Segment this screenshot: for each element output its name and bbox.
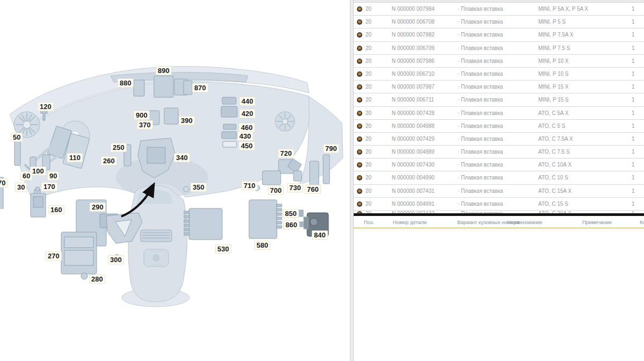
row-pos: 20	[365, 201, 371, 207]
part-callout-50[interactable]: 50	[11, 133, 23, 142]
row-qty: 1	[632, 201, 635, 207]
table-row[interactable]: 20N 000000 004990· Плавкая вставкаATO, C…	[354, 171, 644, 184]
header-qty: Кол.	[640, 219, 644, 225]
part-callout-160[interactable]: 160	[48, 205, 64, 214]
part-callout-440[interactable]: 440	[239, 97, 255, 106]
row-note: ATO, C 10A X	[538, 162, 572, 168]
header-part: Номер детали	[393, 219, 427, 225]
part-callout-60[interactable]: 60	[20, 171, 32, 180]
part-callout-790[interactable]: 790	[323, 144, 339, 153]
part-callout-840[interactable]: 840	[312, 230, 328, 240]
row-note: MINI, P 7.5 S	[538, 46, 570, 51]
table-row[interactable]: 20N 000000 007429· Плавкая вставкаATO, C…	[354, 133, 644, 146]
row-note: MINI, P 10 X	[538, 59, 569, 64]
row-note: ATO, C 15 S	[538, 201, 568, 207]
part-callout-110[interactable]: 110	[67, 153, 83, 162]
info-icon[interactable]	[357, 175, 362, 180]
row-note: ATO, C 7.5 S	[538, 149, 570, 155]
table-row[interactable]: 20N 000000 004989· Плавкая вставкаATO, C…	[354, 146, 644, 158]
part-callout-370[interactable]: 370	[137, 120, 153, 129]
info-icon[interactable]	[357, 136, 362, 142]
table-row[interactable]: 20N 000000 004988· Плавкая вставкаATO, C…	[354, 120, 644, 133]
info-icon[interactable]	[357, 124, 362, 129]
row-description: · Плавкая вставка	[458, 189, 503, 194]
part-callout-250[interactable]: 250	[111, 143, 127, 152]
part-callout-260[interactable]: 260	[101, 156, 117, 165]
row-part-number: N 000000 007431	[392, 189, 435, 194]
part-callout-430[interactable]: 430	[237, 132, 253, 141]
diagram-panel: 8908808701209003703904404204604304505011…	[0, 0, 350, 361]
table-row[interactable]: 20N 000000 007982· Плавкая вставкаMINI, …	[354, 28, 644, 41]
info-icon[interactable]	[357, 97, 362, 103]
part-callout-870[interactable]: 870	[192, 83, 208, 92]
part-callout-720[interactable]: 720	[278, 149, 294, 158]
table-row[interactable]: 20N 000000 007987· Плавкая вставкаMINI, …	[354, 81, 644, 93]
table-row[interactable]: 20N 000000 007428· Плавкая вставкаATO, C…	[354, 107, 644, 120]
table-row[interactable]: 20N 000000 007986· Плавкая вставкаMINI, …	[354, 55, 644, 68]
info-icon[interactable]	[357, 201, 362, 207]
row-qty: 1	[632, 32, 635, 38]
part-callout-340[interactable]: 340	[174, 153, 190, 162]
table-row[interactable]: 20N 000000 007430· Плавкая вставкаATO, C…	[354, 158, 644, 171]
info-icon[interactable]	[357, 32, 362, 38]
part-callout-120[interactable]: 120	[38, 102, 54, 111]
row-pos: 20	[365, 32, 371, 38]
info-icon[interactable]	[357, 149, 362, 155]
part-callout-890[interactable]: 890	[156, 66, 172, 75]
row-note: ATO, C 10 S	[538, 175, 568, 180]
part-callout-170[interactable]: 170	[41, 182, 57, 191]
part-callout-270[interactable]: 270	[46, 251, 62, 261]
row-note: ATO, C 15A X	[538, 189, 572, 194]
table-rows: 20N 000000 007984· Плавкая вставкаMINI, …	[354, 3, 644, 213]
part-callout-70[interactable]: 70	[0, 178, 8, 187]
part-callout-850[interactable]: 850	[283, 209, 299, 218]
part-callout-580[interactable]: 580	[254, 241, 270, 250]
table-row[interactable]: 20N 000000 007984· Плавкая вставкаMINI, …	[354, 3, 644, 16]
info-icon[interactable]	[357, 162, 362, 168]
info-icon[interactable]	[357, 71, 362, 77]
diagram-callouts: 8908808701209003703904404204604304505011…	[0, 0, 350, 361]
info-icon[interactable]	[357, 19, 362, 25]
info-icon[interactable]	[357, 111, 362, 116]
part-callout-350[interactable]: 350	[191, 183, 207, 192]
part-callout-530[interactable]: 530	[215, 244, 231, 254]
info-icon[interactable]	[357, 59, 362, 64]
part-callout-460[interactable]: 460	[239, 123, 255, 132]
table-row[interactable]: 20N 000000 006709· Плавкая вставкаMINI, …	[354, 42, 644, 55]
row-part-number: N 000000 007428	[392, 111, 435, 116]
part-callout-420[interactable]: 420	[239, 109, 255, 118]
info-icon[interactable]	[357, 189, 362, 194]
table-row[interactable]: 20N 000000 006708· Плавкая вставкаMINI, …	[354, 16, 644, 28]
part-callout-860[interactable]: 860	[283, 220, 299, 229]
part-callout-300[interactable]: 300	[108, 255, 124, 264]
part-callout-290[interactable]: 290	[90, 203, 106, 212]
part-callout-90[interactable]: 90	[47, 171, 59, 180]
row-qty: 1	[632, 149, 635, 155]
info-icon[interactable]	[357, 6, 362, 12]
part-callout-900[interactable]: 900	[134, 111, 150, 120]
row-qty: 1	[632, 175, 635, 180]
table-row[interactable]: 20N 000000 004991· Плавкая вставкаATO, C…	[354, 198, 644, 211]
row-pos: 20	[365, 6, 371, 12]
part-callout-100[interactable]: 100	[30, 167, 46, 176]
header-note: Примечание	[582, 219, 612, 225]
part-callout-390[interactable]: 390	[179, 116, 195, 125]
table-row[interactable]: 20N 000000 006711· Плавкая вставкаMINI, …	[354, 93, 644, 106]
row-part-number: N 000000 007430	[392, 162, 435, 168]
part-callout-450[interactable]: 450	[239, 141, 255, 150]
panel-splitter[interactable]	[350, 0, 354, 361]
row-pos: 20	[365, 136, 371, 142]
table-row[interactable]: 20N 000000 007431· Плавкая вставкаATO, C…	[354, 185, 644, 198]
row-description: · Плавкая вставка	[458, 97, 503, 103]
table-row[interactable]: 20N 000000 006710· Плавкая вставкаMINI, …	[354, 68, 644, 81]
row-part-number: N 000000 007982	[392, 32, 435, 38]
info-icon[interactable]	[357, 46, 362, 51]
part-callout-880[interactable]: 880	[118, 78, 134, 88]
info-icon[interactable]	[357, 84, 362, 90]
part-callout-730[interactable]: 730	[287, 183, 303, 192]
part-callout-710[interactable]: 710	[241, 181, 258, 190]
part-callout-30[interactable]: 30	[15, 183, 27, 192]
part-callout-700[interactable]: 700	[268, 186, 284, 195]
part-callout-760[interactable]: 760	[305, 185, 321, 194]
part-callout-280[interactable]: 280	[89, 275, 105, 284]
